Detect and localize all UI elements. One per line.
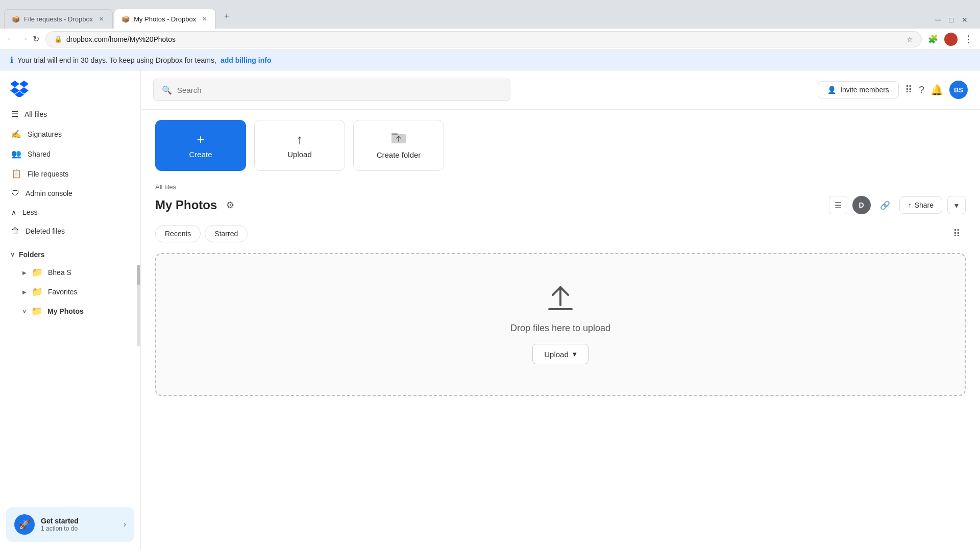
file-requests-label: File requests (28, 170, 68, 178)
upload-button[interactable]: ↑ Upload (254, 120, 345, 171)
menu-icon[interactable]: ⋮ (964, 34, 974, 45)
folders-list: ▶ 📁 Bhea S ▶ 📁 Favorites ∨ 📁 My Photos (0, 263, 136, 348)
sidebar: ☰ All files ✍ Signatures 👥 Shared 📋 File… (0, 70, 141, 550)
help-icon[interactable]: ? (919, 84, 924, 96)
collaborator-avatar[interactable]: D (852, 196, 871, 214)
user-avatar[interactable]: BS (949, 81, 968, 99)
forward-btn[interactable]: → (19, 34, 29, 44)
reload-btn[interactable]: ↻ (33, 34, 39, 44)
folder-item-bhea-s[interactable]: ▶ 📁 Bhea S (4, 263, 132, 282)
main-layout: ☰ All files ✍ Signatures 👥 Shared 📋 File… (0, 70, 980, 550)
invite-label: Invite members (840, 86, 889, 94)
create-folder-button[interactable]: Create folder (353, 120, 444, 171)
content-header: 🔍 👤 Invite members ⠿ ? 🔔 BS (141, 70, 980, 110)
back-btn[interactable]: ← (6, 34, 15, 44)
browser-tabs: 📦 File requests - Dropbox ✕ 📦 My Photos … (4, 0, 931, 29)
address-text: dropbox.com/home/My%20Photos (66, 35, 902, 43)
invite-members-button[interactable]: 👤 Invite members (818, 81, 899, 98)
folder-item-favorites[interactable]: ▶ 📁 Favorites (4, 282, 132, 302)
folder-item-my-photos[interactable]: ∨ 📁 My Photos (4, 302, 132, 321)
tab-favicon: 📦 (12, 15, 20, 23)
tab-recents[interactable]: Recents (155, 225, 201, 242)
list-view-btn[interactable]: ☰ (829, 196, 847, 214)
sidebar-item-less[interactable]: ∧ Less (4, 204, 136, 221)
tab-starred[interactable]: Starred (205, 225, 248, 242)
sidebar-item-file-requests[interactable]: 📋 File requests (4, 164, 136, 183)
expand-share-btn[interactable]: ▾ (947, 196, 966, 214)
share-icon: ↑ (908, 201, 912, 209)
sidebar-scrollbar[interactable] (136, 263, 140, 348)
deleted-files-label: Deleted files (26, 227, 65, 235)
settings-gear-icon: ⚙ (226, 199, 234, 211)
folder-settings-btn[interactable]: ⚙ (222, 197, 238, 213)
folder-arrow-bhea-s: ▶ (22, 270, 27, 276)
notification-link[interactable]: add billing info (220, 56, 272, 64)
svg-rect-1 (391, 133, 398, 135)
all-files-label: All files (24, 110, 47, 118)
search-input[interactable] (177, 86, 502, 94)
apps-icon[interactable]: ⠿ (905, 84, 913, 96)
folder-arrow-favorites: ▶ (22, 289, 27, 295)
sidebar-logo[interactable] (0, 70, 140, 105)
tab-close[interactable]: ✕ (97, 15, 105, 23)
sidebar-item-admin-console[interactable]: 🛡 Admin console (4, 184, 136, 203)
content-area: 🔍 👤 Invite members ⠿ ? 🔔 BS + (141, 70, 980, 550)
sidebar-item-signatures[interactable]: ✍ Signatures (4, 124, 136, 143)
folder-icon-bhea-s: 📁 (32, 267, 43, 278)
tab-file-requests[interactable]: 📦 File requests - Dropbox ✕ (4, 9, 113, 29)
browser-chrome: 📦 File requests - Dropbox ✕ 📦 My Photos … (0, 0, 980, 29)
admin-console-label: Admin console (26, 189, 72, 197)
folder-actions: ☰ D 🔗 ↑ Share ▾ (829, 196, 966, 214)
address-bar[interactable]: 🔒 dropbox.com/home/My%20Photos ☆ (45, 31, 922, 47)
maximize-btn[interactable]: □ (949, 16, 953, 24)
folder-title: My Photos (155, 198, 217, 212)
tab-favicon-active: 📦 (121, 15, 130, 23)
close-btn[interactable]: ✕ (962, 16, 968, 24)
sidebar-item-all-files[interactable]: ☰ All files (4, 105, 136, 123)
shared-label: Shared (28, 150, 51, 158)
notifications-icon[interactable]: 🔔 (930, 84, 943, 96)
folder-icon-favorites: 📁 (32, 286, 43, 297)
extensions-icon[interactable]: 🧩 (928, 34, 938, 44)
tab-my-photos[interactable]: 📦 My Photos - Dropbox ✕ (114, 9, 216, 29)
link-icon: 🔗 (880, 201, 890, 210)
drop-zone-upload-btn[interactable]: Upload ▾ (532, 344, 589, 364)
browser-address-bar-row: ← → ↻ 🔒 dropbox.com/home/My%20Photos ☆ 🧩… (0, 29, 980, 50)
shared-icon: 👥 (11, 149, 21, 159)
window-controls: ─ □ ✕ (931, 15, 976, 29)
search-bar[interactable]: 🔍 (153, 79, 510, 101)
folder-label-my-photos: My Photos (47, 307, 84, 315)
profile-icon[interactable] (944, 33, 958, 46)
link-btn[interactable]: 🔗 (876, 196, 894, 214)
folders-header[interactable]: ∨ Folders (0, 246, 140, 263)
search-icon: 🔍 (162, 85, 172, 95)
tab-title-active: My Photos - Dropbox (134, 15, 196, 23)
notification-text: Your trial will end in 30 days. To keep … (17, 56, 216, 64)
lock-icon: 🔒 (54, 35, 62, 43)
all-files-icon: ☰ (11, 109, 18, 119)
sidebar-item-shared[interactable]: 👥 Shared (4, 144, 136, 163)
new-tab-button[interactable]: + (219, 9, 234, 24)
less-label: Less (22, 208, 38, 216)
upload-chevron-icon: ▾ (573, 349, 577, 359)
drop-zone[interactable]: Drop files here to upload Upload ▾ (155, 253, 966, 396)
folders-expand-icon: ∨ (10, 251, 15, 258)
upload-label: Upload (287, 150, 312, 159)
tab-close-active[interactable]: ✕ (200, 15, 208, 23)
bookmark-icon[interactable]: ☆ (906, 35, 913, 43)
sidebar-item-deleted-files[interactable]: 🗑 Deleted files (4, 222, 136, 240)
grid-view-btn[interactable]: ⠿ (947, 224, 966, 243)
file-requests-icon: 📋 (11, 169, 21, 179)
sidebar-nav: ☰ All files ✍ Signatures 👥 Shared 📋 File… (0, 105, 140, 240)
upload-arrow-icon (545, 285, 576, 313)
create-button[interactable]: + Create (155, 120, 246, 171)
get-started-text: Get started 1 action to do (41, 517, 79, 532)
minimize-btn[interactable]: ─ (935, 15, 941, 24)
folder-title-row: My Photos ⚙ ☰ D 🔗 ↑ Share (155, 196, 966, 214)
get-started-arrow-icon: › (124, 520, 126, 529)
folder-content: + Create ↑ Upload (141, 110, 980, 550)
share-button[interactable]: ↑ Share (899, 196, 942, 214)
drop-zone-text: Drop files here to upload (510, 323, 610, 334)
deleted-files-icon: 🗑 (11, 227, 19, 236)
get-started-card[interactable]: 🚀 Get started 1 action to do › (6, 507, 134, 542)
